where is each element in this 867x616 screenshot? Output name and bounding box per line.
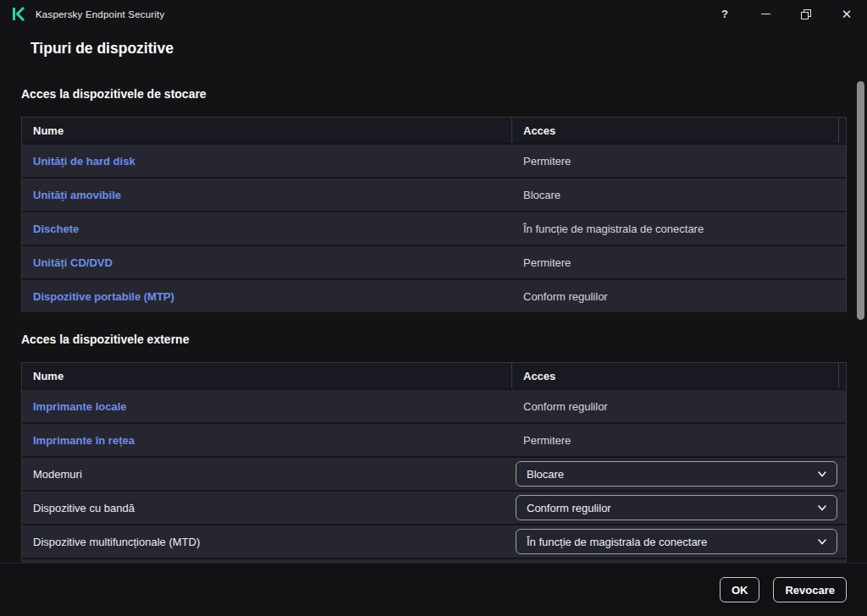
access-value: Permitere [511, 424, 838, 456]
device-name-multifunction-mtd: Dispozitive multifuncționale (MTD) [22, 525, 511, 558]
restore-button[interactable] [786, 0, 826, 28]
window-controls: ? ✕ [704, 0, 867, 28]
device-name-modems: Modemuri [22, 458, 511, 490]
access-dropdown-tape[interactable]: Conform regulilor [516, 495, 837, 520]
window-title: Kaspersky Endpoint Security [36, 9, 164, 19]
table-row: Unități amovibile Blocare [22, 177, 846, 211]
table-header-row: Nume Acces [22, 363, 846, 388]
device-name-tape: Dispozitive cu bandă [22, 492, 511, 524]
column-header-nume: Nume [22, 118, 511, 143]
access-dropdown-multifunction[interactable]: În funcție de magistrala de conectare [516, 529, 837, 554]
access-value: Permitere [511, 145, 838, 177]
ok-button[interactable]: OK [720, 577, 760, 602]
table-row: Imprimante locale Conform regulilor [22, 388, 846, 422]
table-row: Dispozitive portabile (MTP) Conform regu… [22, 278, 846, 312]
section-heading-external: Acces la dispozitivele externe [21, 333, 847, 346]
content-area: Acces la dispozitivele de stocare Nume A… [21, 87, 847, 564]
cancel-button[interactable]: Revocare [773, 577, 847, 602]
minimize-icon [761, 14, 770, 15]
access-value: Blocare [511, 179, 838, 211]
footer-bar: OK Revocare [0, 563, 867, 616]
device-link-floppy[interactable]: Dischete [33, 223, 79, 235]
device-link-removable[interactable]: Unități amovibile [33, 189, 121, 201]
scrollbar-thumb[interactable] [857, 81, 864, 320]
dropdown-selected-value: Conform regulilor [527, 502, 816, 514]
scrollbar[interactable] [847, 28, 867, 563]
table-row: Modemuri Blocare [22, 456, 846, 490]
page-title: Tipuri de dispozitive [30, 40, 867, 58]
kaspersky-logo-icon [12, 7, 27, 21]
access-value: Conform regulilor [511, 390, 838, 422]
chevron-down-icon [816, 536, 828, 547]
titlebar: Kaspersky Endpoint Security ? ✕ [0, 0, 867, 28]
help-button[interactable]: ? [704, 0, 745, 28]
table-row: Dispozitive cu bandă Conform regulilor [22, 490, 846, 524]
device-link-portable-mtp[interactable]: Dispozitive portabile (MTP) [33, 290, 174, 303]
column-header-acces: Acces [511, 118, 838, 143]
table-row: Dispozitive multifuncționale (MTD) În fu… [22, 524, 846, 558]
dropdown-selected-value: Blocare [527, 468, 816, 481]
column-header-nume: Nume [22, 363, 511, 388]
access-value: Permitere [511, 246, 838, 278]
column-header-acces: Acces [511, 363, 838, 388]
chevron-down-icon [816, 502, 828, 514]
access-value: Conform regulilor [511, 280, 838, 312]
access-value: În funcție de magistrala de conectare [511, 212, 838, 245]
device-link-network-printers[interactable]: Imprimante în rețea [33, 434, 135, 447]
storage-devices-table: Nume Acces Unități de hard disk Permiter… [21, 117, 847, 312]
access-dropdown-modems[interactable]: Blocare [516, 461, 837, 487]
restore-icon [801, 9, 811, 19]
device-link-local-printers[interactable]: Imprimante locale [33, 400, 127, 413]
section-heading-storage: Acces la dispozitivele de stocare [21, 87, 847, 101]
table-row: Imprimante în rețea Permitere [22, 422, 846, 456]
table-row: Dischete În funcție de magistrala de con… [22, 211, 846, 245]
close-button[interactable]: ✕ [826, 0, 867, 28]
dropdown-selected-value: În funcție de magistrala de conectare [527, 536, 816, 548]
chevron-down-icon [816, 468, 828, 480]
external-devices-table: Nume Acces Imprimante locale Conform reg… [21, 362, 847, 564]
minimize-button[interactable] [745, 0, 786, 28]
table-header-row: Nume Acces [22, 118, 846, 143]
table-row: Unități CD/DVD Permitere [22, 245, 846, 278]
table-row: Unități de hard disk Permitere [22, 143, 846, 177]
device-link-cd-dvd[interactable]: Unități CD/DVD [33, 256, 113, 269]
device-link-hard-disk[interactable]: Unități de hard disk [33, 155, 135, 168]
